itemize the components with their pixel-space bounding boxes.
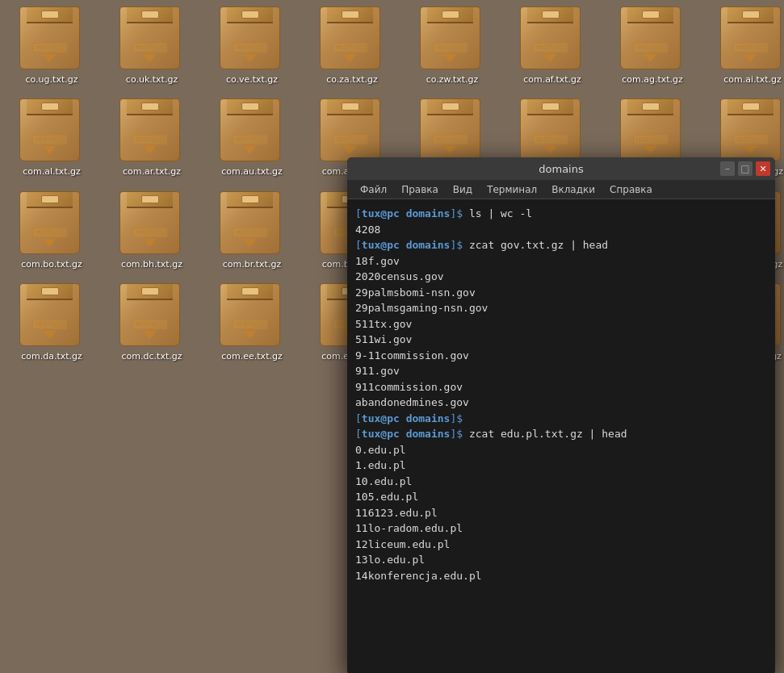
- file-label: com.dc.txt.gz: [122, 351, 182, 362]
- file-label: com.af.txt.gz: [523, 74, 581, 86]
- terminal-line-10: 911.gov: [355, 363, 767, 379]
- terminal-line-17: 10.edu.pl: [355, 474, 767, 490]
- file-item[interactable]: INSTALL com.br.txt.gz: [203, 185, 300, 274]
- close-button[interactable]: ✕: [756, 161, 770, 176]
- file-label: com.bh.txt.gz: [121, 259, 182, 270]
- file-icon: INSTALL: [320, 6, 384, 71]
- file-label: com.au.txt.gz: [221, 166, 283, 178]
- terminal-line-8: 511wi.gov: [355, 332, 767, 348]
- file-icon: INSTALL: [420, 6, 484, 71]
- terminal-controls: – □ ✕: [720, 161, 770, 176]
- file-icon: INSTALL: [220, 283, 284, 348]
- terminal-line-20: 11lo-radom.edu.pl: [355, 520, 767, 537]
- file-icon: INSTALL: [119, 191, 184, 256]
- file-icon: INSTALL: [620, 98, 685, 163]
- terminal-line-23: 14konferencja.edu.pl: [355, 568, 767, 584]
- file-label: co.uk.txt.gz: [126, 74, 178, 86]
- file-label: com.bo.txt.gz: [21, 259, 82, 270]
- terminal-line-19: 116123.edu.pl: [355, 505, 767, 521]
- terminal-body[interactable]: [tux@pc domains]$ ls | wc -l 4208 [tux@p…: [347, 199, 775, 673]
- menu-terminal[interactable]: Терминал: [480, 182, 543, 197]
- file-item[interactable]: INSTALL com.dc.txt.gz: [103, 277, 200, 366]
- terminal-line-21: 12liceum.edu.pl: [355, 537, 767, 553]
- terminal-line-2: [tux@pc domains]$ zcat gov.txt.gz | head: [355, 237, 767, 253]
- terminal-line-11: 911commission.gov: [355, 379, 767, 395]
- file-item[interactable]: INSTALL com.au.txt.gz: [203, 92, 300, 181]
- terminal-line-9: 9-11commission.gov: [355, 348, 767, 364]
- minimize-button[interactable]: –: [720, 161, 735, 176]
- file-item[interactable]: INSTALL com.af.txt.gz: [504, 0, 601, 89]
- file-icon: INSTALL: [19, 6, 84, 71]
- file-label: co.ug.txt.gz: [26, 74, 78, 86]
- file-label: com.al.txt.gz: [23, 166, 81, 178]
- file-icon: INSTALL: [420, 98, 484, 163]
- terminal-line-1: 4208: [355, 222, 767, 238]
- file-icon: INSTALL: [720, 6, 784, 71]
- file-icon: INSTALL: [620, 6, 685, 71]
- file-item[interactable]: INSTALL co.ug.txt.gz: [3, 0, 100, 89]
- maximize-button[interactable]: □: [738, 161, 753, 176]
- file-icon: INSTALL: [520, 6, 585, 71]
- file-item[interactable]: INSTALL com.ar.txt.gz: [103, 92, 200, 181]
- file-icon: INSTALL: [220, 191, 284, 256]
- file-label: com.ag.txt.gz: [622, 74, 683, 86]
- terminal-line-16: 1.edu.pl: [355, 458, 767, 474]
- file-label: co.ve.txt.gz: [226, 74, 278, 86]
- file-item[interactable]: INSTALL com.al.txt.gz: [3, 92, 100, 181]
- terminal-line-7: 511tx.gov: [355, 316, 767, 332]
- terminal-line-6: 29palmsgaming-nsn.gov: [355, 300, 767, 316]
- file-icon: INSTALL: [220, 6, 284, 71]
- file-item[interactable]: INSTALL com.bh.txt.gz: [103, 185, 200, 274]
- file-label: com.ai.txt.gz: [723, 74, 782, 86]
- terminal-line-15: 0.edu.pl: [355, 442, 767, 458]
- file-label: com.br.txt.gz: [223, 259, 281, 270]
- terminal-line-12: abandonedmines.gov: [355, 395, 767, 411]
- file-icon: INSTALL: [119, 98, 184, 163]
- terminal-line-3: 18f.gov: [355, 253, 767, 270]
- file-icon: INSTALL: [19, 98, 84, 163]
- file-item[interactable]: INSTALL com.ee.txt.gz: [203, 277, 300, 366]
- file-item[interactable]: INSTALL com.ai.txt.gz: [704, 0, 784, 89]
- file-item[interactable]: INSTALL co.uk.txt.gz: [103, 0, 200, 89]
- file-item[interactable]: INSTALL co.zw.txt.gz: [404, 0, 501, 89]
- terminal-line-14: [tux@pc domains]$ zcat edu.pl.txt.gz | h…: [355, 426, 767, 442]
- terminal-line-13: [tux@pc domains]$: [355, 411, 767, 427]
- file-icon: INSTALL: [119, 283, 184, 348]
- terminal-line-4: 2020census.gov: [355, 269, 767, 285]
- terminal-line-22: 13lo.edu.pl: [355, 552, 767, 568]
- menu-view[interactable]: Вид: [447, 182, 479, 197]
- file-item[interactable]: INSTALL com.bo.txt.gz: [3, 185, 100, 274]
- terminal-window: domains – □ ✕ Файл Правка Вид Терминал В…: [347, 157, 775, 673]
- terminal-menu: Файл Правка Вид Терминал Вкладки Справка: [347, 180, 775, 199]
- file-label: com.da.txt.gz: [21, 351, 82, 362]
- menu-help[interactable]: Справка: [603, 182, 659, 197]
- file-label: co.zw.txt.gz: [426, 74, 479, 86]
- menu-tabs[interactable]: Вкладки: [545, 182, 602, 197]
- file-icon: INSTALL: [19, 283, 84, 348]
- menu-file[interactable]: Файл: [354, 182, 393, 197]
- terminal-line-18: 105.edu.pl: [355, 489, 767, 505]
- terminal-title: domains: [539, 163, 583, 175]
- file-label: com.ee.txt.gz: [221, 351, 282, 362]
- file-icon: INSTALL: [520, 98, 585, 163]
- file-icon: INSTALL: [720, 98, 784, 163]
- file-icon: INSTALL: [119, 6, 184, 71]
- terminal-line-0: [tux@pc domains]$ ls | wc -l: [355, 206, 767, 222]
- terminal-titlebar: domains – □ ✕: [347, 157, 775, 180]
- file-icon: INSTALL: [19, 191, 84, 256]
- terminal-line-5: 29palmsbomi-nsn.gov: [355, 285, 767, 301]
- file-icon: INSTALL: [220, 98, 284, 163]
- file-label: com.ar.txt.gz: [123, 166, 181, 178]
- file-item[interactable]: INSTALL com.da.txt.gz: [3, 277, 100, 366]
- file-label: co.za.txt.gz: [326, 74, 377, 86]
- file-item[interactable]: INSTALL co.za.txt.gz: [304, 0, 400, 89]
- menu-edit[interactable]: Правка: [395, 182, 445, 197]
- file-icon: INSTALL: [320, 98, 384, 163]
- file-item[interactable]: INSTALL co.ve.txt.gz: [203, 0, 300, 89]
- file-item[interactable]: INSTALL com.ag.txt.gz: [604, 0, 701, 89]
